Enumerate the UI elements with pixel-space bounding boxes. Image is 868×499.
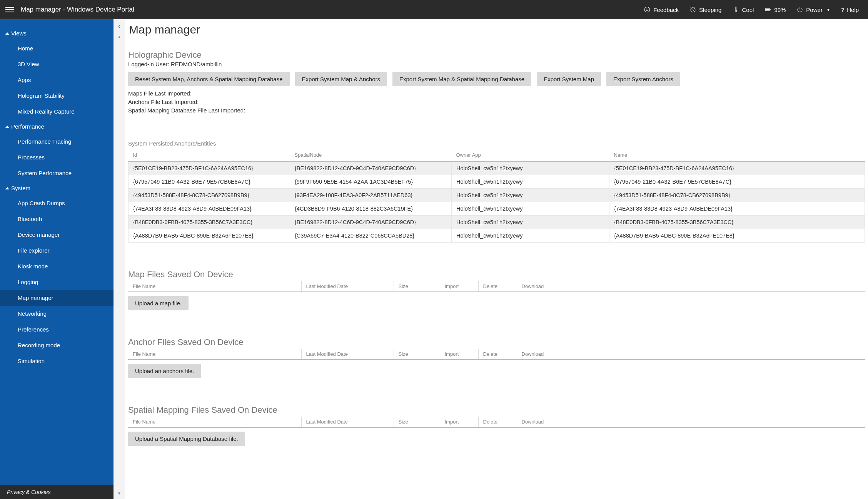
privacy-cookies-link[interactable]: Privacy & Cookies <box>0 485 114 499</box>
cell-owner: HoloShell_cw5n1h2txyewy <box>452 189 609 202</box>
sidebar-item-hologram-stability[interactable]: Hologram Stability <box>0 88 114 104</box>
col-modified[interactable]: Last Modified Date <box>301 281 394 292</box>
table-row[interactable]: {74EA3F83-83D8-4923-A8D9-A0BEDE09FA13}{4… <box>129 202 865 216</box>
collapse-sidebar-button[interactable]: ‹ <box>114 22 125 30</box>
anchor-files-table: File Name Last Modified Date Size Import… <box>128 349 865 360</box>
col-delete[interactable]: Delete <box>478 281 517 292</box>
sidebar-item-mixed-reality-capture[interactable]: Mixed Reality Capture <box>0 104 114 119</box>
question-icon: ? <box>841 7 844 13</box>
sidebar-item-bluetooth[interactable]: Bluetooth <box>0 211 114 227</box>
cell-id: {B48E0DB3-0FBB-4075-8355-3B56C7A3E3CC} <box>129 216 290 229</box>
cell-name: {B48E0DB3-0FBB-4075-8355-3B56C7A3E3CC} <box>609 216 865 229</box>
sidebar-item-preferences[interactable]: Preferences <box>0 322 114 337</box>
col-filename[interactable]: File Name <box>128 281 301 292</box>
col-name[interactable]: Name <box>609 149 865 161</box>
svg-rect-6 <box>766 9 770 11</box>
col-filename[interactable]: File Name <box>128 349 301 360</box>
scroll-up-icon[interactable]: ▴ <box>114 34 125 39</box>
anchors-table: Id SpatialNode Owner App Name {5E01CE19-… <box>128 149 865 243</box>
sidebar-item-3d-view[interactable]: 3D View <box>0 56 114 72</box>
menu-icon[interactable] <box>5 5 14 14</box>
reset-button[interactable]: Reset System Map, Anchors & Spatial Mapp… <box>128 72 290 86</box>
clock-icon <box>689 6 696 13</box>
cell-node: {99F9F690-9E9E-4154-A2AA-1AC3D4B5EF75} <box>290 175 452 189</box>
temp-status[interactable]: Cool <box>732 6 754 13</box>
holographic-device-header: Holographic Device <box>128 50 865 60</box>
sidebar-item-logging[interactable]: Logging <box>0 274 114 290</box>
col-filename[interactable]: File Name <box>128 417 301 427</box>
cell-name: {67957049-21B0-4A32-B6E7-9E57CB6E8A7C} <box>609 175 865 189</box>
svg-point-2 <box>648 9 648 9</box>
status-group: Feedback Sleeping Cool 99% Power ▼ ? Hel… <box>644 6 859 13</box>
cell-id: {74EA3F83-83D8-4923-A8D9-A0BEDE09FA13} <box>129 202 290 216</box>
cell-owner: HoloShell_cw5n1h2txyewy <box>452 175 609 189</box>
col-delete[interactable]: Delete <box>478 349 517 360</box>
cell-owner: HoloShell_cw5n1h2txyewy <box>452 216 609 229</box>
col-modified[interactable]: Last Modified Date <box>301 349 394 360</box>
sidebar-item-processes[interactable]: Processes <box>0 149 114 165</box>
export-anchors-button[interactable]: Export System Anchors <box>606 72 680 86</box>
sidebar-section-system[interactable]: System <box>0 181 114 195</box>
svg-point-0 <box>644 7 650 12</box>
battery-status[interactable]: 99% <box>765 6 786 13</box>
export-map-button[interactable]: Export System Map <box>537 72 601 86</box>
sidebar-item-home[interactable]: Home <box>0 40 114 56</box>
cell-node: {BE169822-8D12-4C6D-9C4D-740AE9CD9C6D} <box>290 216 452 229</box>
col-modified[interactable]: Last Modified Date <box>301 417 394 427</box>
cell-id: {67957049-21B0-4A32-B6E7-9E57CB6E8A7C} <box>129 175 290 189</box>
sidebar-item-networking[interactable]: Networking <box>0 306 114 322</box>
col-download[interactable]: Download <box>517 281 865 292</box>
col-size[interactable]: Size <box>394 349 440 360</box>
sleep-status[interactable]: Sleeping <box>689 6 721 13</box>
chevron-down-icon: ▼ <box>826 8 830 12</box>
cell-node: {C39A69C7-E3A4-4120-B822-C068CCA5BD28} <box>290 229 452 243</box>
col-size[interactable]: Size <box>394 417 440 427</box>
sidebar-item-simulation[interactable]: Simulation <box>0 353 114 369</box>
table-row[interactable]: {5E01CE19-BB23-475D-BF1C-6A24AA95EC16}{B… <box>129 161 865 175</box>
sidebar-item-map-manager[interactable]: Map manager <box>0 290 114 306</box>
col-download[interactable]: Download <box>517 349 865 360</box>
cell-node: {93F4EA29-108F-4EA3-A0F2-2AB5711AED63} <box>290 189 452 202</box>
upload-anchors-button[interactable]: Upload an anchors file. <box>128 364 201 378</box>
cell-node: {4CD3B8D9-F9B6-4120-8118-882C3A6C19FE} <box>290 202 452 216</box>
col-owner[interactable]: Owner App <box>452 149 609 161</box>
sidebar-item-performance-tracing[interactable]: Performance Tracing <box>0 134 114 149</box>
table-row[interactable]: {B48E0DB3-0FBB-4075-8355-3B56C7A3E3CC}{B… <box>129 216 865 229</box>
export-map-anchors-button[interactable]: Export System Map & Anchors <box>295 72 387 86</box>
export-map-spatial-button[interactable]: Export System Map & Spatial Mapping Data… <box>392 72 531 86</box>
feedback-button[interactable]: Feedback <box>644 6 679 13</box>
sidebar-section-views[interactable]: Views <box>0 26 114 40</box>
sidebar-item-file-explorer[interactable]: File explorer <box>0 243 114 258</box>
sidebar-item-kiosk-mode[interactable]: Kiosk mode <box>0 258 114 274</box>
col-download[interactable]: Download <box>517 417 865 427</box>
sidebar: ViewsHome3D ViewAppsHologram StabilityMi… <box>0 19 114 499</box>
upload-map-button[interactable]: Upload a map file. <box>128 296 189 310</box>
action-button-row: Reset System Map, Anchors & Spatial Mapp… <box>128 72 865 86</box>
topbar: Map manager - Windows Device Portal Feed… <box>0 0 868 19</box>
sidebar-section-performance[interactable]: Performance <box>0 119 114 134</box>
sidebar-item-app-crash-dumps[interactable]: App Crash Dumps <box>0 195 114 211</box>
scroll-down-icon[interactable]: ▾ <box>114 491 125 496</box>
col-import[interactable]: Import <box>440 349 478 360</box>
col-import[interactable]: Import <box>440 417 478 427</box>
cell-id: {49453D51-588E-48F4-8C78-CB627098B9B9} <box>129 189 290 202</box>
sidebar-item-apps[interactable]: Apps <box>0 72 114 88</box>
sidebar-item-device-manager[interactable]: Device manager <box>0 227 114 243</box>
smile-icon <box>644 6 651 13</box>
table-row[interactable]: {A488D7B9-BAB5-4DBC-890E-B32A6FE107E8}{C… <box>129 229 865 243</box>
col-size[interactable]: Size <box>394 281 440 292</box>
col-delete[interactable]: Delete <box>478 417 517 427</box>
table-row[interactable]: {49453D51-588E-48F4-8C78-CB627098B9B9}{9… <box>129 189 865 202</box>
cell-node: {BE169822-8D12-4C6D-9C4D-740AE9CD9C6D} <box>290 161 452 175</box>
col-import[interactable]: Import <box>440 281 478 292</box>
sidebar-item-recording-mode[interactable]: Recording mode <box>0 337 114 353</box>
map-files-table: File Name Last Modified Date Size Import… <box>128 281 865 292</box>
upload-spatial-button[interactable]: Upload a Spatial Mapping Database file. <box>128 432 245 446</box>
sidebar-item-system-performance[interactable]: System Performance <box>0 165 114 181</box>
anchors-table-title: System Persisted Anchors/Entities <box>128 140 865 147</box>
col-id[interactable]: Id <box>129 149 290 161</box>
table-row[interactable]: {67957049-21B0-4A32-B6E7-9E57CB6E8A7C}{9… <box>129 175 865 189</box>
help-button[interactable]: ? Help <box>841 7 859 13</box>
power-button[interactable]: Power ▼ <box>796 6 830 13</box>
col-spatialnode[interactable]: SpatialNode <box>290 149 452 161</box>
